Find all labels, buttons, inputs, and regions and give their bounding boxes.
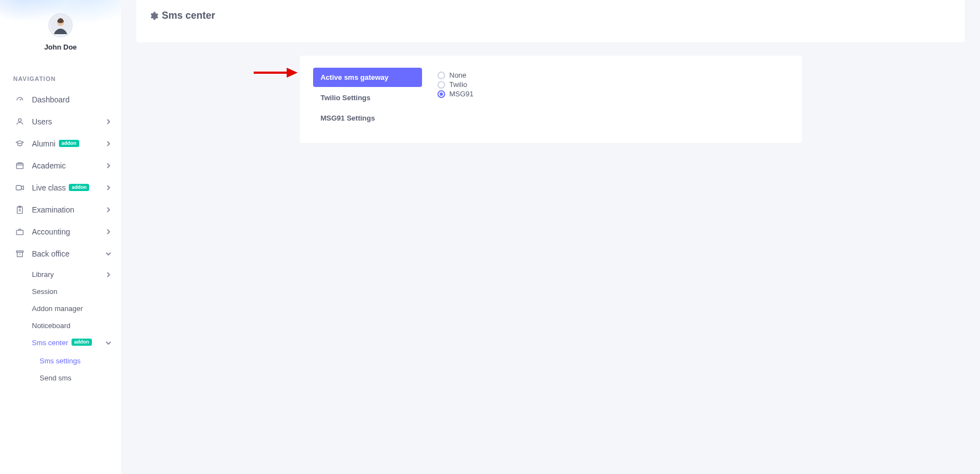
subnav-item-library[interactable]: Library [0, 266, 121, 283]
nav-label: Back office [32, 249, 69, 258]
radio-option-none[interactable]: None [437, 71, 474, 79]
nav-item-dashboard[interactable]: Dashboard [0, 89, 121, 111]
chevron-down-icon [106, 251, 111, 257]
svg-point-3 [18, 119, 21, 122]
radio-label: Twilio [450, 80, 468, 89]
chevron-right-icon [106, 119, 111, 124]
radio-label: MSG91 [450, 90, 474, 98]
briefcase-icon [15, 227, 24, 236]
radio-option-msg91[interactable]: MSG91 [437, 90, 474, 98]
chevron-right-icon [106, 272, 111, 277]
nav-label: Alumni [32, 139, 56, 148]
nav-item-live-class[interactable]: Live class addon [0, 177, 121, 199]
avatar[interactable] [48, 13, 73, 37]
addon-badge: addon [59, 140, 79, 147]
nav-label: Academic [32, 161, 65, 170]
subnav-label: Session [32, 287, 57, 296]
dashboard-icon [15, 95, 24, 104]
academic-icon [15, 161, 24, 170]
addon-badge: addon [72, 339, 92, 346]
svg-rect-10 [17, 252, 22, 257]
subnav-label: Library [32, 270, 54, 279]
nav-item-academic[interactable]: Academic [0, 155, 121, 177]
subnav-label: Sms center [32, 339, 68, 347]
nav-label: Examination [32, 205, 74, 214]
subnav-item-noticeboard[interactable]: Noticeboard [0, 317, 121, 334]
settings-card: Active sms gateway Twilio Settings MSG91… [300, 56, 802, 143]
avatar-image [51, 15, 70, 35]
subnav-item-sms-center[interactable]: Sms center addon [0, 334, 121, 351]
alumni-icon [15, 139, 24, 148]
main-content: Sms center Active sms gateway Twilio Set… [121, 0, 980, 474]
subnav-label: Noticeboard [32, 322, 70, 330]
subsubnav-item-send-sms[interactable]: Send sms [0, 369, 121, 386]
addon-badge: addon [69, 184, 89, 191]
clipboard-icon [15, 205, 24, 214]
svg-marker-12 [287, 68, 298, 78]
gear-icon [149, 11, 158, 21]
chevron-down-icon [106, 340, 111, 346]
subnav-label: Addon manager [32, 304, 83, 313]
settings-tabs: Active sms gateway Twilio Settings MSG91… [313, 68, 422, 129]
tab-msg91-settings[interactable]: MSG91 Settings [313, 108, 422, 128]
svg-rect-4 [17, 164, 23, 168]
chevron-right-icon [106, 141, 111, 146]
annotation-arrow [253, 67, 298, 79]
sidebar: John Doe NAVIGATION Dashboard Users Alum… [0, 0, 121, 474]
nav-label: Users [32, 117, 52, 126]
chevron-right-icon [106, 229, 111, 235]
nav-label: Accounting [32, 227, 70, 236]
nav-label: Dashboard [32, 95, 70, 104]
back-office-submenu: Library Session Addon manager Noticeboar… [0, 265, 121, 391]
radio-option-twilio[interactable]: Twilio [437, 80, 474, 89]
archive-icon [15, 249, 24, 258]
svg-rect-8 [17, 230, 23, 235]
chevron-right-icon [106, 185, 111, 190]
page-header: Sms center [136, 0, 965, 42]
nav-item-users[interactable]: Users [0, 111, 121, 133]
radio-icon [437, 81, 445, 89]
nav-item-examination[interactable]: Examination [0, 199, 121, 221]
radio-label: None [450, 71, 467, 79]
tab-twilio-settings[interactable]: Twilio Settings [313, 88, 422, 107]
radio-icon [437, 72, 445, 79]
profile-block: John Doe [0, 0, 121, 51]
settings-body: None Twilio MSG91 [437, 68, 474, 129]
nav-item-accounting[interactable]: Accounting [0, 221, 121, 243]
subnav-item-session[interactable]: Session [0, 283, 121, 300]
subnav-item-addon-manager[interactable]: Addon manager [0, 300, 121, 317]
nav-label: Live class [32, 183, 65, 192]
user-name: John Doe [0, 43, 121, 51]
chevron-right-icon [106, 163, 111, 168]
subsubnav-label: Sms settings [40, 357, 80, 365]
sms-center-submenu: Sms settings Send sms [0, 351, 121, 389]
tab-active-gateway[interactable]: Active sms gateway [313, 68, 422, 87]
nav-item-alumni[interactable]: Alumni addon [0, 133, 121, 155]
radio-icon [437, 90, 445, 98]
nav-section-title: NAVIGATION [0, 71, 121, 86]
subsubnav-item-sms-settings[interactable]: Sms settings [0, 352, 121, 369]
nav-list: Dashboard Users Alumni addon [0, 86, 121, 402]
users-icon [15, 117, 24, 126]
subsubnav-label: Send sms [40, 374, 72, 382]
chevron-right-icon [106, 207, 111, 213]
video-icon [15, 183, 24, 192]
page-title: Sms center [162, 10, 215, 21]
nav-item-back-office[interactable]: Back office [0, 243, 121, 265]
svg-rect-5 [16, 186, 21, 190]
